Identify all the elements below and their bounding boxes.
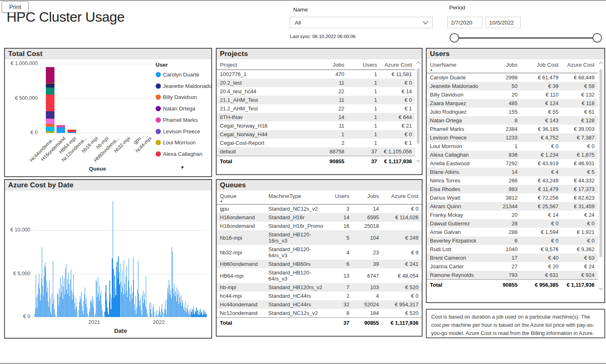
period-slider-handle-right[interactable] (592, 33, 602, 43)
column-header[interactable]: Jobs (353, 191, 382, 204)
scroll-up-arrow[interactable] (598, 60, 604, 66)
table-row[interactable]: Akram Quinn21344€ 25,567€ 31,459 (427, 202, 598, 211)
legend-item[interactable]: Alexa Callaghan (156, 151, 202, 157)
table-row[interactable]: H16ondemandStandard_H16r146595€ 114,026 (217, 213, 422, 222)
table-row[interactable]: Beverley Fitzpatrick6€ 0€ 0 (427, 236, 598, 245)
column-header[interactable]: UserName▲ (427, 59, 488, 73)
table-row[interactable]: Darius Wyatt3812€ 72,256€ 82,623 (427, 193, 598, 202)
table-row[interactable]: Julio Rodriguez155€ 55€ 61 (427, 108, 598, 116)
date-bar[interactable] (163, 312, 163, 317)
legend-item[interactable]: Natan Ortega (156, 106, 195, 112)
bar-segment[interactable] (46, 84, 54, 88)
table-row[interactable]: Jeanette Maldonado50€ 39€ 59 (427, 82, 598, 90)
table-row[interactable]: Ariella Eastwood7292€ 43,919€ 46,931 (427, 159, 598, 168)
scroll-down-arrow[interactable] (598, 285, 604, 292)
legend-item[interactable]: Loui Morrison (156, 139, 196, 146)
table-row[interactable]: Cegal_Norway_H4411€ 0 (217, 130, 415, 139)
column-header[interactable]: Azure Cost (382, 191, 422, 204)
table-row[interactable]: Billy Davidson20€ 110€ 132 (427, 90, 598, 99)
column-header[interactable]: Queue▲ (217, 191, 265, 204)
column-header[interactable]: Project (217, 59, 311, 70)
column-header[interactable]: Job Cost (521, 59, 562, 73)
period-slider-handle-left[interactable] (450, 33, 459, 43)
bar-segment[interactable] (46, 83, 54, 84)
table-row[interactable]: Levison Preece1233€ 4,752€ 7,387 (427, 133, 598, 142)
date-bar[interactable] (148, 316, 148, 317)
scrollbar-thumb[interactable] (417, 68, 420, 144)
table-row[interactable]: hb32-mpiStandard_HB120-64rs_v3423€ 9 (217, 245, 422, 260)
table-row[interactable]: Zaara Marquez485€ 124€ 118 (427, 99, 598, 108)
column-header[interactable]: Azure Cost (562, 59, 598, 73)
table-row[interactable]: Rudi Lott1040€ 8,576€ 9,362 (427, 245, 598, 254)
date-bar[interactable] (154, 312, 154, 317)
table-row[interactable]: Nc12ondemandStandard_NC12s_v28184€ 520 (217, 309, 422, 318)
table-row[interactable]: 1002776_14701€ 11,581 (217, 70, 415, 79)
date-bar[interactable] (87, 314, 88, 317)
bar-segment[interactable] (46, 88, 54, 94)
table-row[interactable]: 20.2_test111€ 0 (217, 79, 415, 87)
column-header[interactable]: Azure Cost (380, 59, 415, 70)
table-row[interactable]: default8875837€ 1,105,056 (217, 147, 415, 156)
table-row[interactable]: Brent Cameron17€ 40€ 63 (427, 254, 598, 262)
table-row[interactable]: Nimra Torres266€ 43,249€ 44,332 (427, 176, 598, 185)
table-row[interactable]: Hb60ondemandStandard_HB60rs639€ 241 (217, 260, 422, 268)
table-row[interactable]: 21.1_AHM_Test111€ 0 (217, 96, 415, 104)
table-row[interactable]: hb16-mpiStandard_HB120-16rs_v35104€ 249 (217, 230, 422, 245)
bar-segment[interactable] (46, 131, 54, 133)
legend-item[interactable]: Pharrell Marks (156, 117, 198, 123)
table-row[interactable]: 20.4_test_hc44221€ 14 (217, 87, 415, 96)
column-header[interactable]: MachineType (265, 191, 329, 204)
bar-segment[interactable] (68, 132, 76, 133)
scrollbar-thumb[interactable] (599, 69, 602, 257)
table-row[interactable]: Franky Mckay20€ 14€ 24 (427, 211, 598, 219)
table-row[interactable]: Natan Ortega8€ 143€ 128 (427, 116, 598, 125)
date-bar[interactable] (157, 315, 157, 317)
date-bar[interactable] (94, 315, 95, 317)
table-row[interactable]: Cegal-Cost-Report21€ 1 (217, 139, 415, 147)
bar-segment[interactable] (68, 130, 76, 133)
date-bar[interactable] (152, 314, 152, 317)
table-row[interactable]: Elsa Rhodes983€ 11,479€ 17,373 (427, 185, 598, 193)
table-row[interactable]: Blane Atkins14€ 4€ 5 (427, 168, 598, 176)
column-header[interactable]: Users (329, 191, 353, 204)
bar-segment[interactable] (57, 125, 65, 128)
table-row[interactable]: H16ondemandStandard_H16r_Promo1625018 (217, 222, 422, 230)
table-row[interactable]: Hc44ondemandStandard_HC44rs3252024€ 954,… (217, 300, 422, 309)
table-row[interactable]: Cegal_Norway_H16111€ 21 (217, 121, 415, 130)
period-to-input[interactable] (486, 17, 521, 28)
period-from-input[interactable] (447, 17, 482, 28)
bar-segment[interactable] (46, 119, 54, 124)
table-row[interactable]: hc44-mpiStandard_HC44rs24€ 0 (217, 292, 422, 300)
table-row[interactable]: 21.2_AHM_Test221€ 1 (217, 104, 415, 113)
date-bar[interactable] (77, 312, 77, 317)
table-row[interactable]: hb-mpiStandard_HB120rs_v27103€ 520 (217, 283, 422, 292)
bar-segment[interactable] (46, 124, 54, 127)
bar-segment[interactable] (46, 127, 54, 131)
projects-scrollbar[interactable] (415, 60, 421, 164)
users-scrollbar[interactable] (598, 60, 604, 292)
legend-item[interactable]: Jeanette Maldonado (156, 83, 211, 89)
table-row[interactable]: gpuStandard_NC12s_v2314€ 0 (217, 204, 422, 213)
table-row[interactable]: Dawud Gutierrez28€ 0€ 0 (427, 219, 598, 228)
date-bar[interactable] (55, 316, 56, 317)
scroll-up-arrow[interactable] (415, 60, 421, 66)
table-row[interactable]: HB64-mpiStandard_HB120-64rs_v3136747€ 48… (217, 268, 422, 283)
legend-item[interactable]: Levison Preece (156, 128, 200, 135)
table-row[interactable]: Carolyn Duarte2998€ 61,479€ 68,449 (427, 73, 598, 82)
table-row[interactable]: 8TH-tNav141€ 644 (217, 113, 415, 121)
legend-item[interactable]: Carolyn Duarte (156, 72, 199, 78)
bar-segment[interactable] (46, 94, 54, 111)
column-header[interactable]: Jobs (488, 59, 521, 73)
legend-scroll-caret[interactable]: ▼ (180, 165, 185, 170)
name-filter-dropdown[interactable]: All (289, 17, 433, 28)
table-row[interactable]: Loui Morrison1€ 0€ 0 (427, 142, 598, 151)
table-row[interactable]: Pharrell Marks2384€ 36,185€ 39,003 (427, 125, 598, 133)
bar-segment[interactable] (46, 111, 54, 119)
scroll-down-arrow[interactable] (415, 157, 421, 164)
date-bar[interactable] (206, 314, 206, 317)
period-slider-track[interactable] (454, 37, 598, 39)
date-bar[interactable] (103, 315, 103, 317)
table-row[interactable]: Ramone Reynolds793€ 631€ 924 (427, 271, 598, 280)
bar-segment[interactable] (46, 67, 54, 83)
column-header[interactable]: Jobs (311, 59, 348, 70)
